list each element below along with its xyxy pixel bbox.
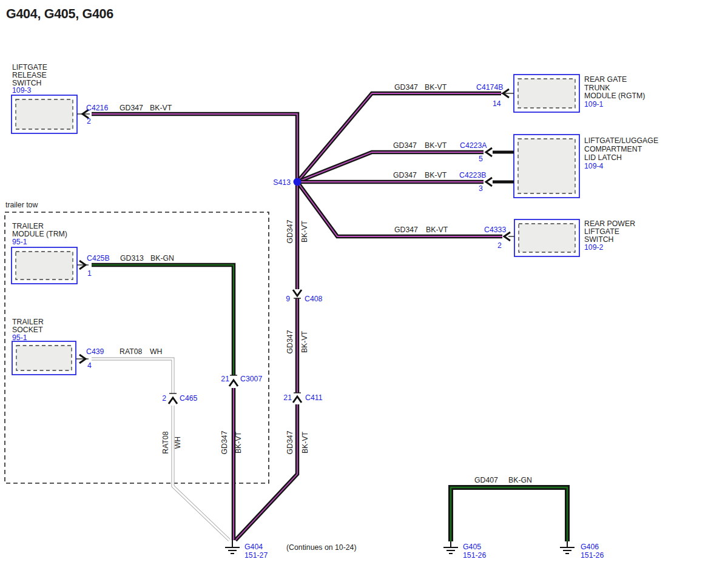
rear-gate-trunk-module-labels: REAR GATE TRUNK MODULE (RGTM) 109-1 <box>584 75 645 109</box>
page-ref: 109-3 <box>12 86 32 95</box>
component-name-line: TRAILER <box>12 318 44 326</box>
ground-label: G406 <box>581 543 599 551</box>
ground-page-ref: 151-26 <box>463 551 486 560</box>
lid-latch-labels: LIFTGATE/LUGGAGE COMPARTMENT LID LATCH 1… <box>584 136 658 170</box>
pin-label-c4216: 2 <box>87 117 91 125</box>
wire-color-label: BK-GN <box>150 254 174 263</box>
component-name-line: REAR GATE <box>584 75 627 84</box>
trailer-module-labels: TRAILER MODULE (TRM) 95-1 <box>12 222 67 246</box>
wire-circuit-label: GD347 <box>393 141 417 150</box>
liftgate-release-switch-box <box>12 95 77 133</box>
connector-label-c3007: C3007 <box>240 375 262 383</box>
splice-s413-dot <box>294 178 302 186</box>
connector-label-c425b: C425B <box>87 254 110 263</box>
connector-label-c408: C408 <box>305 295 323 303</box>
pin-label-c4223a: 5 <box>479 155 483 163</box>
pin-label-c4174b: 14 <box>493 99 501 108</box>
ground-page-ref: 151-27 <box>244 551 268 560</box>
connector-label-c4174b: C4174B <box>476 83 503 92</box>
page-title: G404, G405, G406 <box>6 7 113 21</box>
component-inner-dashed <box>519 224 575 252</box>
wire-color-label: BK-VT <box>300 220 309 243</box>
wire-color-label: BK-VT <box>425 141 447 150</box>
component-name-line: LID LATCH <box>584 153 622 162</box>
wire-circuit-label: GD347 <box>393 171 417 179</box>
connector-label-c411: C411 <box>305 393 323 402</box>
ground-page-ref: 151-26 <box>581 551 604 560</box>
ground-symbol-g405 <box>443 541 458 554</box>
wire-color-label: BK-GN <box>508 476 532 484</box>
page-ref: 95-1 <box>12 333 27 342</box>
wire-color-label: BK-VT <box>150 104 172 112</box>
page-ref: 109-2 <box>584 243 604 252</box>
connector-arrow-c4223b <box>486 178 492 186</box>
component-inner-dashed <box>16 252 73 279</box>
splice-label: S413 <box>273 178 291 187</box>
wire-color-label: BK-VT <box>234 431 243 453</box>
wire-gd407-bkgn-group <box>451 487 567 541</box>
connector-label-c4333: C4333 <box>484 226 506 234</box>
wire-circuit-label: GD347 <box>286 219 294 243</box>
component-inner-dashed <box>518 139 575 193</box>
trailer-socket-box <box>12 341 76 375</box>
wire-rat08-wh-group <box>92 359 229 540</box>
wire-c465-to-g404-core <box>173 406 229 540</box>
pin-label-c3007: 21 <box>221 375 229 383</box>
liftgate-release-switch-labels: LIFTGATE RELEASE SWITCH 109-3 <box>12 63 47 95</box>
wire-circuit-label: GD347 <box>286 330 294 353</box>
trailer-module-box <box>12 247 77 284</box>
component-inner-dashed <box>16 346 72 370</box>
wire-color-label: BK-VT <box>425 171 447 179</box>
pin-label-c4223b: 3 <box>479 184 483 193</box>
wire-circuit-label: GD407 <box>474 476 498 484</box>
lid-latch-box <box>514 135 579 198</box>
component-name-line: LIFTGATE/LUGGAGE <box>584 136 658 145</box>
rear-power-liftgate-switch-labels: REAR POWER LIFTGATE SWITCH 109-2 <box>584 219 635 252</box>
pin-label-c439: 4 <box>87 361 92 370</box>
rear-gate-trunk-module-box <box>514 75 579 112</box>
pin-label-c425b: 1 <box>87 269 92 278</box>
wire-circuit-label: RAT08 <box>120 347 143 356</box>
wire-color-label: BK-VT <box>301 431 309 453</box>
pin-label-c411: 21 <box>283 393 292 402</box>
rear-power-liftgate-switch-box <box>514 219 579 256</box>
page-ref: 109-1 <box>584 100 604 109</box>
wire-circuit-label: GD347 <box>120 104 143 112</box>
ground-symbol-g404 <box>225 540 240 554</box>
wire-circuit-label: GD347 <box>394 226 418 234</box>
continues-note: (Continues on 10-24) <box>286 543 357 552</box>
wire-c439-to-c465 <box>92 359 173 393</box>
component-name-line: SWITCH <box>584 235 614 244</box>
connector-arrow-c411 <box>293 396 302 403</box>
wire-c439-to-c465-core <box>92 359 173 393</box>
connector-label-c4223a: C4223A <box>460 141 487 150</box>
wire-color-label: BK-VT <box>300 330 309 353</box>
connector-label-c4216: C4216 <box>86 104 108 112</box>
wire-c411-to-g404 <box>235 404 297 540</box>
component-name-line: LIFTGATE <box>584 227 619 236</box>
wire-circuit-label: GD313 <box>120 254 144 263</box>
ground-symbol-g406 <box>560 541 575 554</box>
wire-gd347-bkvt-group <box>92 93 502 540</box>
page-ref: 109-4 <box>584 162 604 170</box>
pin-label-c4333: 2 <box>497 241 502 250</box>
pin-label-c408: 9 <box>286 295 290 303</box>
component-name-line: LIFTGATE <box>12 63 47 72</box>
component-name-line: REAR POWER <box>584 219 635 228</box>
component-name-line: SOCKET <box>12 326 43 334</box>
wire-color-label: BK-VT <box>426 226 448 234</box>
connector-arrow-c408 <box>293 290 302 296</box>
pin-label-c465: 2 <box>162 394 166 403</box>
wire-circuit-label: GD347 <box>220 430 229 454</box>
ground-label: G404 <box>244 543 263 551</box>
wire-c411-to-g404-stripe <box>235 404 297 540</box>
component-name-line: COMPARTMENT <box>584 145 642 153</box>
component-name-line: RELEASE <box>12 71 47 79</box>
wire-circuit-label: RAT08 <box>161 431 170 454</box>
trailer-tow-label: trailer tow <box>5 201 38 209</box>
page-ref: 95-1 <box>12 238 27 246</box>
wire-c4216-to-splice <box>92 114 297 180</box>
wiring-diagram-canvas: G404, G405, G406 trailer tow <box>0 0 728 562</box>
component-name-line: TRAILER <box>12 222 44 230</box>
connector-arrow-c465 <box>169 398 177 404</box>
